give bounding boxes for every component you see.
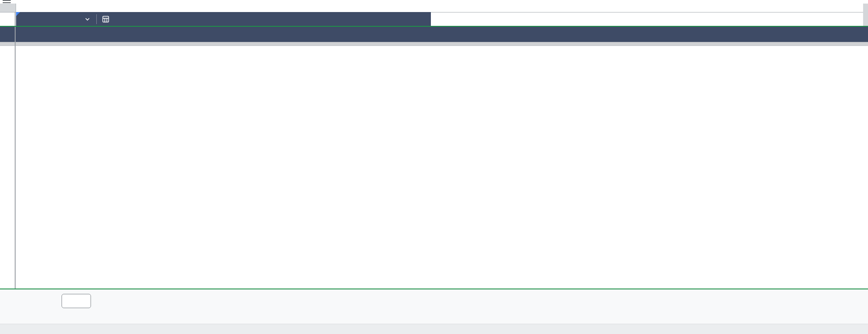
select-all-corner[interactable]	[0, 4, 16, 12]
spreadsheet-screen	[0, 0, 868, 334]
row-header-border	[15, 12, 16, 289]
table-banner	[16, 12, 431, 26]
column-letter-strip	[0, 4, 868, 12]
banner-divider	[96, 14, 97, 24]
table-name-dropdown-icon[interactable]	[85, 17, 90, 21]
table-grid-icon[interactable]	[102, 16, 109, 23]
table-header-row	[0, 27, 868, 42]
rows-count-input[interactable]	[62, 294, 91, 308]
bottom-strip	[0, 324, 868, 334]
selection-corner-marker	[16, 12, 20, 16]
hidden-rows-indicator[interactable]	[3, 0, 11, 4]
frozen-row-divider[interactable]	[0, 42, 868, 46]
add-rows-button[interactable]	[34, 298, 39, 299]
title-row	[16, 12, 868, 26]
table-top-border	[0, 26, 868, 27]
